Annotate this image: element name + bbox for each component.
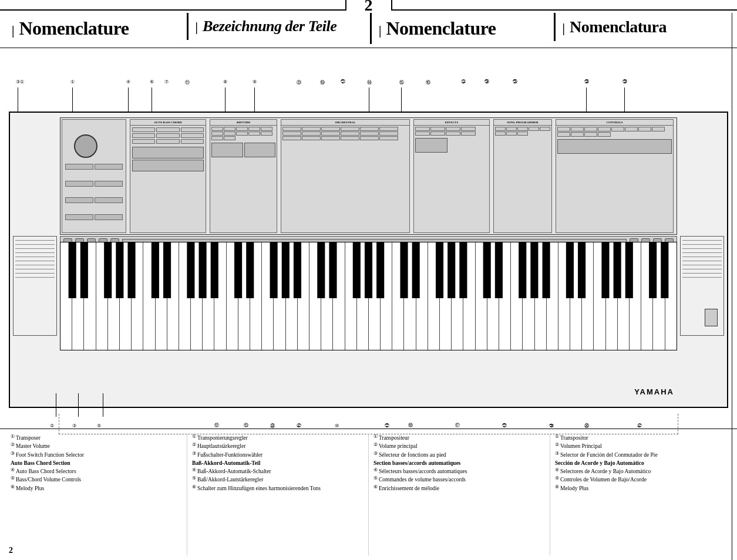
fx-btn-1 — [415, 127, 430, 131]
orch-btn-7 — [282, 131, 301, 136]
rhythm-btn-11 — [211, 136, 223, 140]
wk-17 — [250, 242, 262, 350]
callout-7: ⑦ — [164, 79, 169, 85]
legend-es-item-6: ⑥ Melody Plus — [555, 484, 726, 492]
speaker-line-5 — [15, 257, 55, 257]
fx-btn-3 — [446, 127, 460, 131]
bass-chord-row1 — [132, 127, 204, 132]
fx-btn-2 — [430, 127, 445, 131]
rhythm-slider1 — [211, 143, 243, 157]
right-btn-4 — [598, 127, 611, 131]
legend-col-french: ① Transpositeur ② Volume principal ③ Sél… — [368, 434, 550, 555]
callout-31: ③① — [16, 79, 24, 85]
right-btn-9 — [557, 132, 570, 137]
wk-16 — [238, 242, 250, 350]
bass-btn-8 — [156, 139, 179, 144]
wk-33 — [440, 242, 452, 350]
fx-btn-5 — [415, 131, 430, 136]
callout-14: ⑭ — [367, 79, 372, 86]
callout-4: ④ — [126, 79, 130, 85]
prog-btn-7 — [506, 131, 517, 136]
orch-btn-18 — [379, 136, 398, 140]
keyboard-diagram: ③① ① ④ ⑥ ⑦ ⑪ ⑧ ⑨ ⑳ ⑲ ㉑ ⑭ ⑮ ⑯ ㉓ ㉔ ㉕ ㉘ ㉙ — [9, 79, 728, 408]
fx-btn-8 — [461, 131, 476, 136]
wk-2 — [72, 242, 84, 350]
legend-es-text-3: Selector de Función del Conmutador de Pi… — [560, 451, 658, 459]
keyboard-outer-casing: AUTO BASS CHORD — [9, 112, 728, 408]
legend-de-num-1: ① — [192, 433, 196, 440]
programmer-controls — [494, 126, 551, 137]
yamaha-logo: YAMAHA — [634, 387, 674, 396]
speaker-line-r4 — [682, 252, 722, 253]
callout-19: ⑲ — [320, 79, 325, 86]
header-col-german: | Bezeichnung der Teile — [187, 13, 371, 40]
legend-fr-item-1: ① Transpositeur — [373, 434, 545, 442]
wk-10 — [167, 242, 179, 350]
orch-btn-17 — [360, 136, 379, 140]
speaker-line-8 — [15, 269, 55, 269]
speaker-line-7 — [15, 265, 55, 265]
wk-18 — [262, 242, 274, 350]
speaker-line-2 — [15, 244, 55, 245]
header-bar-es: | — [563, 22, 565, 35]
prog-btn-3 — [517, 127, 528, 131]
rhythm-label: RHYTHM — [210, 120, 277, 126]
speaker-grille-right — [680, 236, 724, 336]
orch-btn-10 — [341, 131, 359, 136]
legend-fr-text-1: Transpositeur — [379, 434, 409, 442]
legend-en-text-2: Master Volume — [16, 442, 50, 450]
orch-btn-16 — [341, 136, 359, 140]
wk-48 — [618, 242, 630, 350]
bass-btn-4 — [132, 133, 155, 138]
speaker-line-r7 — [682, 265, 722, 265]
effects-controls — [414, 126, 489, 154]
legend-de-text-6: Schalter zum Hinzufügen eines harmonisie… — [197, 484, 321, 492]
legend-fr-item-2: ② Volume principal — [373, 442, 545, 450]
fx-btn-7 — [446, 131, 460, 136]
programmer-label: SONG PROGRAMMER — [494, 120, 551, 126]
speaker-line-r1 — [682, 240, 722, 241]
callout-16: ⑯ — [426, 79, 430, 86]
legend-fr-num-5: ⑤ — [373, 475, 378, 482]
programmer-section: SONG PROGRAMMER — [493, 119, 552, 233]
title-spanish: Nomenclatura — [570, 18, 667, 36]
right-btn-2 — [571, 127, 584, 131]
callout-20: ⑳ — [297, 79, 301, 86]
legend-col-spanish: ① Transpositor ② Volumen Principal ③ Sel… — [550, 434, 731, 555]
wk-23 — [321, 242, 333, 350]
wk-22 — [309, 242, 321, 350]
right-ctrl-label: CONTROLS — [556, 120, 673, 126]
fx-btn-6 — [430, 131, 445, 136]
wk-25 — [345, 242, 357, 350]
mini-ctrl-3 — [65, 181, 93, 187]
header-bar-en: | — [12, 24, 14, 37]
wk-43 — [558, 242, 570, 350]
callout-6: ⑥ — [150, 79, 154, 85]
bass-chord-label: AUTO BASS CHORD — [130, 120, 206, 126]
legend-de-section: Baß-Akkord-Automatik-Teil — [192, 459, 364, 467]
speaker-line-r8 — [682, 269, 722, 269]
wk-8 — [143, 242, 155, 350]
legend-en-num-6: ⑥ — [11, 484, 15, 491]
rhythm-btn-4 — [248, 127, 260, 131]
bass-btn-7 — [132, 139, 155, 144]
legend-de-text-1: Transponierungsregler — [197, 434, 248, 442]
callout-1: ① — [70, 79, 75, 85]
wk-40 — [523, 242, 534, 350]
rhythm-btn-9 — [248, 131, 260, 136]
orch-btn-14 — [302, 136, 321, 140]
wk-11 — [179, 242, 191, 350]
legend-en-item-1: ① Transposer — [11, 434, 182, 442]
bass-chord-row2 — [132, 133, 204, 138]
wk-21 — [298, 242, 309, 350]
orch-btn-9 — [321, 131, 340, 136]
legend-es-num-3: ③ — [555, 450, 559, 457]
wk-26 — [357, 242, 369, 350]
speaker-grille-left — [13, 236, 57, 336]
fx-btn-4 — [461, 127, 476, 131]
wk-15 — [227, 242, 238, 350]
header-bar-de: | — [196, 21, 198, 33]
wk-5 — [108, 242, 120, 350]
legend-fr-num-2: ② — [373, 441, 378, 448]
bvline-3 — [78, 393, 79, 417]
